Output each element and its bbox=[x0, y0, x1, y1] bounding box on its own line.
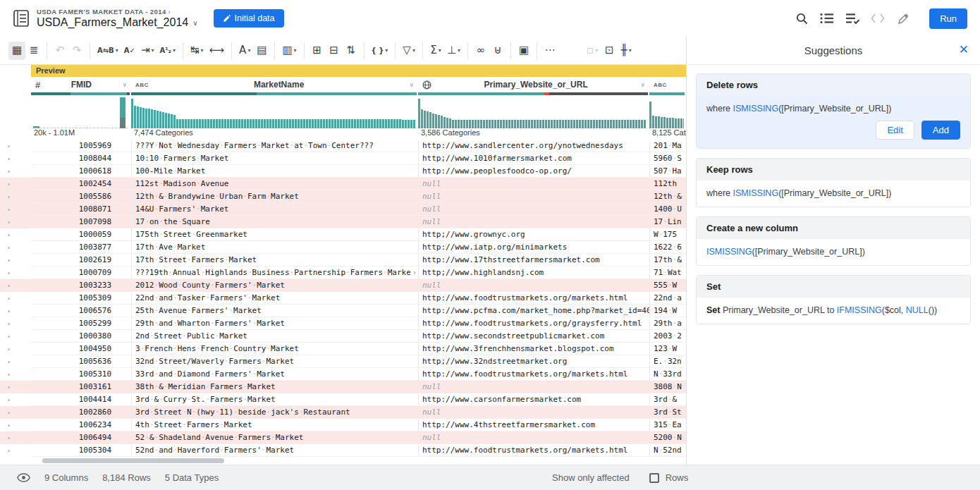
cell-fmid[interactable]: 1006576 bbox=[31, 305, 131, 317]
cell-url[interactable]: null bbox=[418, 431, 649, 444]
cell-fmid[interactable]: 1003233 bbox=[31, 279, 131, 292]
table-row[interactable]: 100531033rd·and·Diamond·Farmers'·Marketh… bbox=[0, 368, 686, 381]
cell-marketname[interactable]: 4th·Street·Farmers·Market bbox=[131, 419, 418, 431]
cell-address[interactable]: 3rd·St bbox=[649, 406, 686, 419]
row-marker[interactable] bbox=[0, 330, 31, 343]
join-split-button[interactable]: ⊥▾ bbox=[444, 42, 463, 60]
cell-marketname[interactable]: ???19th·Annual·Highlands·Business·Partne… bbox=[131, 267, 418, 279]
cell-url[interactable]: http://www.foodtrustmarkets.org/graysfer… bbox=[418, 317, 649, 330]
cell-marketname[interactable]: 32nd·Street/Waverly·Farmers·Market bbox=[131, 355, 418, 368]
cell-url[interactable]: http;//www.32ndstreetmarket.org bbox=[418, 355, 649, 368]
cell-url[interactable]: null bbox=[418, 178, 649, 190]
cell-url[interactable]: http;//www.highlandsnj.com bbox=[418, 267, 649, 279]
row-marker[interactable] bbox=[0, 419, 31, 431]
cell-address[interactable]: 12th·& bbox=[649, 190, 686, 203]
cell-fmid[interactable]: 1007098 bbox=[31, 216, 131, 228]
table-row[interactable]: 1005969???Y·Not·Wednesday·Farmers·Market… bbox=[0, 140, 686, 152]
cell-fmid[interactable]: 1003161 bbox=[31, 381, 131, 393]
cell-marketname[interactable]: 2012·Wood·County·Farmers'·Market bbox=[131, 279, 418, 292]
cell-address[interactable]: 1400·U bbox=[649, 203, 686, 216]
cell-fmid[interactable]: 1006494 bbox=[31, 431, 131, 444]
row-marker[interactable] bbox=[0, 254, 31, 267]
cell-fmid[interactable]: 1000709 bbox=[31, 267, 131, 279]
row-marker[interactable] bbox=[0, 292, 31, 305]
aggregate-button[interactable]: Σ▾ bbox=[427, 42, 444, 60]
cell-fmid[interactable]: 1005586 bbox=[31, 190, 131, 203]
histogram-url[interactable] bbox=[418, 97, 647, 128]
cell-fmid[interactable]: 1000059 bbox=[31, 228, 131, 241]
table-row[interactable]: 10049503·French·Hens·French·Country·Mark… bbox=[0, 343, 686, 355]
table-row[interactable]: 100807114&U·Farmers'·Marketnull1400·U bbox=[0, 203, 686, 216]
suggestion-card[interactable]: Create a new columnISMISSING([Primary_We… bbox=[696, 216, 971, 266]
row-marker[interactable] bbox=[0, 216, 31, 228]
cell-address[interactable]: 3rd·& bbox=[649, 393, 686, 406]
suggestion-card[interactable]: Keep rowswhere ISMISSING([Primary_Websit… bbox=[696, 158, 971, 207]
row-marker[interactable] bbox=[0, 279, 31, 292]
cell-address[interactable]: E.·32n bbox=[649, 355, 686, 368]
row-marker[interactable] bbox=[0, 165, 31, 178]
split-column-button[interactable]: ↹▾ bbox=[188, 42, 207, 60]
cell-url[interactable]: null bbox=[418, 279, 649, 292]
filter-button[interactable]: ▽▾ bbox=[400, 42, 418, 60]
cell-fmid[interactable]: 1005969 bbox=[31, 140, 131, 152]
row-marker[interactable] bbox=[0, 190, 31, 203]
table-row[interactable]: 100261917th·Street·Farmers·Markethttp://… bbox=[0, 254, 686, 267]
eye-icon[interactable] bbox=[17, 473, 30, 482]
column-menu-icon[interactable]: ∨ bbox=[409, 81, 414, 88]
table-row[interactable]: 100563632nd·Street/Waverly·Farmers·Marke… bbox=[0, 355, 686, 368]
cell-marketname[interactable]: 3rd·&·Curry·St.·Farmers·Market bbox=[131, 393, 418, 406]
cell-marketname[interactable]: 112st·Madison·Avenue bbox=[131, 178, 418, 190]
rows-checkbox[interactable] bbox=[649, 473, 659, 483]
cell-fmid[interactable]: 1006234 bbox=[31, 419, 131, 431]
cell-address[interactable]: N·52nd bbox=[649, 444, 686, 457]
column-header-marketname[interactable]: ABC MarketName ∨ bbox=[131, 77, 418, 92]
extract-column-button[interactable]: ⇥▾ bbox=[138, 42, 157, 60]
cell-address[interactable]: 507·Ha bbox=[649, 165, 686, 178]
table-row[interactable]: 100387717th·Ave·Markethttp://www.iatp.or… bbox=[0, 241, 686, 254]
cell-fmid[interactable]: 1004414 bbox=[31, 393, 131, 406]
cell-address[interactable]: 5200·N bbox=[649, 431, 686, 444]
table-row[interactable]: 100804410:10·Farmers·Markethttp;//www.10… bbox=[0, 152, 686, 165]
column-header-fmid[interactable]: # FMID ∨ bbox=[31, 77, 131, 92]
recipe-list-icon[interactable] bbox=[819, 11, 835, 26]
quality-bar[interactable] bbox=[31, 92, 130, 95]
title-dropdown-icon[interactable]: ∨ bbox=[192, 19, 197, 27]
cell-fmid[interactable]: 1000380 bbox=[31, 330, 131, 343]
comment-button[interactable]: ▣ bbox=[515, 42, 532, 60]
table-row[interactable]: 10062344th·Street·Farmers·Markethttp://w… bbox=[0, 419, 686, 431]
row-marker[interactable] bbox=[0, 368, 31, 381]
cell-url[interactable]: http://www.17thstreetfarmersmarket.com bbox=[418, 254, 649, 267]
cell-marketname[interactable]: 33rd·and·Diamond·Farmers'·Market bbox=[131, 368, 418, 381]
cell-marketname[interactable]: 3rd·Street·N·(hwy·11)·beside·jack's·Rest… bbox=[131, 406, 418, 419]
cell-url[interactable]: http://www.carsonfarmersmarket.com bbox=[418, 393, 649, 406]
cell-url[interactable]: http;//www.1010farmersmarket.com bbox=[418, 152, 649, 165]
cell-marketname[interactable]: 12th·&·Brandywine·Urban·Farm·Market bbox=[131, 190, 418, 203]
cell-marketname[interactable]: ???Y·Not·Wednesday·Farmers·Market·at·Tow… bbox=[131, 140, 418, 152]
format-button[interactable]: A▾ bbox=[236, 42, 253, 60]
row-marker[interactable] bbox=[0, 317, 31, 330]
row-marker[interactable] bbox=[0, 431, 31, 444]
search-icon[interactable] bbox=[794, 11, 809, 26]
cell-fmid[interactable]: 1005299 bbox=[31, 317, 131, 330]
standardize-button[interactable]: A⇋B▾ bbox=[94, 42, 121, 60]
cell-marketname[interactable]: 17·on·the·Square bbox=[131, 216, 418, 228]
cell-marketname[interactable]: 2nd·Street·Public·Market bbox=[131, 330, 418, 343]
cell-url[interactable]: http://www.sandlercenter.org/ynotwednesd… bbox=[418, 140, 649, 152]
cell-marketname[interactable]: 175th·Street·Greenmarket bbox=[131, 228, 418, 241]
cell-address[interactable]: 194·W bbox=[649, 305, 686, 317]
row-marker[interactable] bbox=[0, 178, 31, 190]
row-marker[interactable] bbox=[0, 140, 31, 152]
cell-marketname[interactable]: 25th·Avenue·Farmers'·Market bbox=[131, 305, 418, 317]
cell-url[interactable]: http://www.pcfma.com/market_home.php?mar… bbox=[418, 305, 649, 317]
cell-url[interactable]: http://www.foodtrustmarkets.org/markets.… bbox=[418, 292, 649, 305]
cell-url[interactable]: null bbox=[418, 190, 649, 203]
unpivot-button[interactable]: ⊟ bbox=[326, 42, 343, 60]
cell-fmid[interactable]: 1005310 bbox=[31, 368, 131, 381]
suggestion-card[interactable]: SetSet Primary_Website_or_URL to IFMISSI… bbox=[696, 275, 971, 324]
expand-button[interactable]: ⟷ bbox=[207, 42, 228, 60]
cell-address[interactable]: 5960·S bbox=[649, 152, 686, 165]
cell-address[interactable]: 201·Ma bbox=[649, 140, 686, 152]
cell-fmid[interactable]: 1002454 bbox=[31, 178, 131, 190]
cell-fmid[interactable]: 1005636 bbox=[31, 355, 131, 368]
cell-marketname[interactable]: 52nd·and·Haverford·Farmers'·Market bbox=[131, 444, 418, 457]
